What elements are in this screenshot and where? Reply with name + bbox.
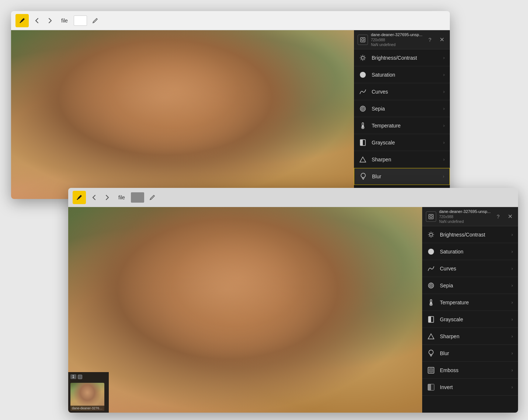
arrow-icon: › (511, 334, 513, 339)
toolbar-1: file (11, 11, 450, 30)
arrow-icon: › (443, 106, 445, 111)
svg-rect-50 (429, 368, 433, 372)
help-button-1[interactable]: ? (425, 35, 434, 44)
app-logo (15, 14, 29, 27)
menu-item-blur-2[interactable]: Blur › (422, 345, 518, 362)
menu-item-sepia-1[interactable]: Sepia › (354, 100, 450, 117)
photo-overlay-1 (11, 30, 354, 199)
window-content-1: dane-deaner-327695-unsp... 720x988 NaN u… (11, 30, 450, 199)
color-box[interactable] (74, 15, 87, 26)
menu-item-sharpen-2[interactable]: Sharpen › (422, 328, 518, 345)
svg-marker-47 (428, 334, 434, 339)
arrow-icon: › (443, 174, 444, 179)
film-checkbox[interactable] (78, 375, 82, 379)
menu-item-label: Blur (440, 350, 511, 356)
forward-button[interactable] (45, 15, 55, 26)
menu-item-temperature-1[interactable]: Temperature › (354, 117, 450, 134)
arrow-icon: › (443, 157, 445, 162)
svg-line-35 (433, 236, 433, 237)
menu-item-label: Invert (440, 384, 511, 390)
toolbar-2: file (68, 188, 518, 207)
panel-icon-button-2[interactable] (426, 211, 436, 222)
curves-icon (359, 88, 367, 95)
film-item[interactable]: dane-deaner-327695-u... (70, 383, 104, 411)
svg-line-11 (361, 59, 362, 60)
svg-point-40 (431, 285, 432, 286)
panel-icon-button-1[interactable] (358, 35, 368, 45)
menu-item-saturation-2[interactable]: Saturation › (422, 243, 518, 260)
menu-item-label: Sharpen (372, 157, 443, 162)
menu-item-label: Sepia (372, 106, 443, 112)
curves-icon-2 (427, 265, 435, 272)
saturation-icon-2 (427, 248, 435, 255)
menu-item-label: Grayscale (440, 316, 511, 322)
emboss-icon-2 (427, 367, 435, 374)
menu-item-label: Temperature (372, 123, 443, 129)
svg-line-10 (364, 56, 365, 56)
arrow-icon: › (511, 249, 513, 254)
menu-item-curves-2[interactable]: Curves › (422, 260, 518, 277)
arrow-icon: › (511, 351, 513, 356)
temperature-icon-2 (427, 299, 435, 306)
back-button[interactable] (32, 15, 42, 26)
menu-item-label: Temperature (440, 300, 511, 305)
blur-icon-2 (427, 350, 435, 357)
svg-point-25 (77, 199, 78, 200)
window-1: file dane-deaner-327695-unsp... 720x988 … (11, 11, 450, 199)
photo-area-2: 1 dane-deaner-327695-u... (68, 207, 422, 413)
invert-icon-2 (427, 384, 435, 391)
svg-point-48 (429, 350, 433, 354)
svg-point-29 (430, 233, 433, 236)
svg-point-0 (20, 22, 21, 23)
right-panel-2: dane-deaner-327695-unsp... 720x988 NaN u… (422, 207, 518, 413)
menu-item-sharpen-1[interactable]: Sharpen › (354, 151, 450, 168)
svg-rect-52 (428, 384, 431, 390)
arrow-icon: › (511, 266, 513, 271)
menu-item-emboss-2[interactable]: Emboss › (422, 362, 518, 379)
sepia-icon-2 (427, 282, 435, 289)
menu-item-label: Blur (372, 174, 443, 179)
svg-line-8 (361, 56, 362, 56)
menu-item-grayscale-1[interactable]: Grayscale › (354, 134, 450, 151)
menu-list-2: Brightness/Contrast › Saturation › (422, 226, 518, 413)
panel-title-2: dane-deaner-327695-unsp... 720x988 NaN u… (439, 209, 491, 224)
menu-item-sepia-2[interactable]: Sepia › (422, 277, 518, 294)
help-button-2[interactable]: ? (494, 212, 503, 221)
menu-item-temperature-2[interactable]: Temperature › (422, 294, 518, 311)
close-button-2[interactable]: ✕ (506, 212, 514, 221)
menu-item-saturation-1[interactable]: Saturation › (354, 66, 450, 83)
svg-rect-26 (79, 375, 81, 378)
menu-item-blur-1[interactable]: Blur › (354, 168, 450, 185)
menu-item-brightness-2[interactable]: Brightness/Contrast › (422, 226, 518, 243)
color-box-2[interactable] (131, 192, 144, 203)
window-content-2: 1 dane-deaner-327695-u... dane-deaner-3 (68, 207, 518, 413)
sepia-icon (359, 105, 367, 112)
menu-item-label: Saturation (440, 249, 511, 255)
photo-area-1 (11, 30, 354, 199)
arrow-icon: › (511, 283, 513, 288)
menu-item-invert-2[interactable]: Invert › (422, 379, 518, 396)
right-panel-1: dane-deaner-327695-unsp... 720x988 NaN u… (354, 30, 450, 199)
arrow-icon: › (511, 368, 513, 373)
photo-overlay-2 (68, 207, 422, 413)
svg-rect-20 (360, 140, 363, 146)
sharpen-icon (359, 156, 367, 163)
forward-button-2[interactable] (102, 192, 112, 203)
back-button-2[interactable] (89, 192, 99, 203)
temperature-icon (359, 122, 367, 129)
blur-icon (359, 173, 367, 180)
svg-marker-21 (360, 157, 366, 162)
menu-item-label: Emboss (440, 367, 511, 373)
menu-item-brightness-1[interactable]: Brightness/Contrast › (354, 49, 450, 66)
close-button-1[interactable]: ✕ (437, 35, 446, 44)
panel-header-1: dane-deaner-327695-unsp... 720x988 NaN u… (354, 30, 450, 49)
menu-item-curves-1[interactable]: Curves › (354, 83, 450, 100)
svg-point-44 (430, 304, 432, 305)
svg-line-36 (433, 232, 433, 233)
menu-item-label: Brightness/Contrast (372, 55, 443, 61)
menu-list-1: Brightness/Contrast › Saturation › (354, 49, 450, 199)
sharpen-icon-2 (427, 333, 435, 340)
menu-item-label: Sharpen (440, 333, 511, 339)
menu-item-grayscale-2[interactable]: Grayscale › (422, 311, 518, 328)
filmstrip: 1 dane-deaner-327695-u... (68, 372, 109, 413)
